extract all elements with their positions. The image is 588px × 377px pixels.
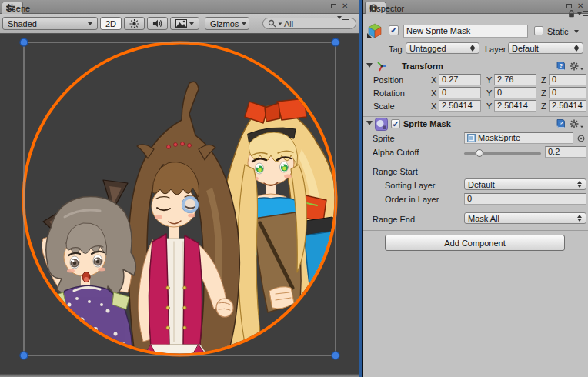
selection-handle-bottom-right[interactable] bbox=[332, 352, 339, 359]
gear-icon bbox=[570, 62, 579, 71]
selection-handle-bottom-left[interactable] bbox=[20, 352, 28, 359]
layer-dropdown[interactable]: Default bbox=[508, 42, 583, 54]
inspector-panel-menu-icon[interactable] bbox=[577, 11, 588, 16]
sprite-mask-settings[interactable] bbox=[570, 119, 584, 128]
range-end-value: Mask All bbox=[468, 214, 499, 223]
effects-dropdown-button[interactable] bbox=[170, 17, 199, 30]
inspector-tabbar: i Inspector ✕ bbox=[363, 0, 588, 14]
rotation-z-field[interactable]: 0 bbox=[549, 87, 586, 98]
gizmos-dropdown[interactable]: Gizmos bbox=[205, 17, 249, 30]
sprite-thumb-icon bbox=[467, 134, 476, 142]
transform-settings[interactable] bbox=[570, 62, 584, 71]
2d-label: 2D bbox=[105, 19, 116, 28]
sprite-mask-icon bbox=[375, 118, 388, 131]
axis-z-label: Z bbox=[541, 75, 546, 85]
sprite-mask-enabled-checkbox[interactable]: ✓ bbox=[391, 119, 400, 128]
sorting-layer-dropdown[interactable]: Default bbox=[464, 178, 586, 190]
scale-y-field[interactable]: 2.50414 bbox=[494, 100, 536, 112]
inspector-restore-icon[interactable] bbox=[566, 4, 572, 8]
position-y-field[interactable]: 2.76 bbox=[494, 74, 536, 85]
rotation-label: Rotation bbox=[373, 88, 405, 98]
speaker-icon bbox=[152, 18, 162, 28]
popup-arrows-icon bbox=[577, 181, 583, 188]
tag-label: Tag bbox=[389, 45, 403, 54]
search-value: All bbox=[284, 19, 293, 28]
search-icon bbox=[268, 19, 276, 28]
gameobject-name-field[interactable]: New Sprite Mask bbox=[403, 25, 528, 38]
axis-x-label: X bbox=[431, 88, 436, 98]
help-icon[interactable]: ? bbox=[556, 61, 566, 71]
search-filter-chevron-icon[interactable] bbox=[279, 22, 282, 25]
gizmos-label: Gizmos bbox=[210, 19, 239, 28]
gear-dropdown-icon bbox=[580, 68, 583, 70]
alpha-cutoff-field[interactable]: 0.2 bbox=[545, 146, 586, 158]
selection-handle-top-left[interactable] bbox=[20, 38, 28, 46]
tab-inspector[interactable]: i Inspector bbox=[365, 2, 386, 14]
axis-y-label: Y bbox=[486, 102, 492, 111]
position-x-field[interactable]: 0.27 bbox=[439, 74, 481, 85]
static-label: Static bbox=[547, 27, 569, 36]
svg-text:?: ? bbox=[560, 120, 563, 127]
tag-dropdown[interactable]: Untagged bbox=[406, 42, 479, 54]
static-dropdown-icon[interactable] bbox=[574, 30, 579, 33]
alpha-cutoff-label: Alpha Cutoff bbox=[373, 148, 419, 157]
scene-tab-label: Scene bbox=[6, 4, 30, 13]
chevron-down-icon bbox=[242, 22, 246, 25]
position-z-field[interactable]: 0 bbox=[549, 74, 586, 85]
checkmark: ✓ bbox=[390, 25, 397, 35]
popup-arrows-icon bbox=[577, 215, 583, 222]
sorting-layer-label: Sorting Layer bbox=[385, 181, 435, 190]
scene-canvas[interactable] bbox=[0, 34, 359, 377]
rotation-x-field[interactable]: 0 bbox=[439, 87, 481, 98]
object-picker-icon[interactable] bbox=[577, 135, 585, 142]
gameobject-active-checkbox[interactable]: ✓ bbox=[389, 25, 399, 35]
lighting-toggle-button[interactable] bbox=[124, 17, 145, 30]
scene-close-icon[interactable]: ✕ bbox=[342, 2, 348, 9]
popup-arrows-icon bbox=[470, 45, 476, 52]
inspector-close-icon[interactable]: ✕ bbox=[577, 2, 583, 9]
scene-panel: Scene ✕ Shaded 2D bbox=[0, 0, 359, 377]
range-end-label: Range End bbox=[373, 215, 415, 224]
sorting-layer-value: Default bbox=[468, 180, 495, 189]
inspector-body: ✓ New Sprite Mask Static Tag Untagged La… bbox=[363, 14, 588, 377]
selection-handle-top-right[interactable] bbox=[332, 38, 339, 46]
scale-z-field[interactable]: 2.50414 bbox=[549, 100, 586, 112]
alpha-cutoff-thumb[interactable] bbox=[476, 149, 483, 157]
layer-label: Layer bbox=[485, 45, 506, 54]
sprite-object-field[interactable]: MaskSprite bbox=[464, 132, 573, 144]
shading-mode-dropdown[interactable]: Shaded bbox=[2, 17, 98, 30]
position-label: Position bbox=[373, 75, 403, 85]
shading-mode-label: Shaded bbox=[8, 19, 37, 28]
unity-editor-window: Scene ✕ Shaded 2D bbox=[0, 0, 588, 377]
range-start-label: Range Start bbox=[373, 167, 418, 176]
image-icon bbox=[175, 19, 187, 28]
scale-label: Scale bbox=[373, 102, 395, 111]
layer-value: Default bbox=[512, 44, 539, 53]
scale-x-field[interactable]: 2.50414 bbox=[439, 100, 481, 112]
axis-x-label: X bbox=[431, 75, 436, 85]
gear-icon bbox=[570, 119, 579, 128]
lock-icon[interactable] bbox=[568, 10, 575, 18]
range-end-dropdown[interactable]: Mask All bbox=[464, 212, 586, 224]
rotation-y-field[interactable]: 0 bbox=[494, 87, 536, 98]
sprite-mask-foldout[interactable] bbox=[366, 121, 373, 125]
scene-panel-menu-icon[interactable] bbox=[337, 15, 349, 20]
tag-value: Untagged bbox=[409, 44, 446, 53]
static-checkbox[interactable] bbox=[534, 26, 543, 35]
svg-text:?: ? bbox=[560, 62, 563, 69]
gameobject-cube-icon[interactable] bbox=[366, 22, 383, 39]
scene-restore-icon[interactable] bbox=[331, 4, 336, 8]
alpha-cutoff-slider[interactable] bbox=[464, 152, 541, 155]
add-component-button[interactable]: Add Component bbox=[385, 235, 565, 251]
2d-toggle-button[interactable]: 2D bbox=[100, 17, 122, 30]
help-icon[interactable]: ? bbox=[556, 118, 566, 128]
scene-tabbar: Scene ✕ bbox=[0, 0, 359, 14]
order-in-layer-field[interactable]: 0 bbox=[464, 193, 586, 205]
audio-toggle-button[interactable] bbox=[147, 17, 168, 30]
sprite-label: Sprite bbox=[373, 134, 395, 143]
axis-y-label: Y bbox=[486, 88, 492, 98]
axis-z-label: Z bbox=[541, 102, 546, 111]
transform-foldout[interactable] bbox=[366, 63, 373, 68]
tab-scene[interactable]: Scene bbox=[2, 2, 23, 14]
popup-arrows-icon bbox=[574, 45, 580, 52]
